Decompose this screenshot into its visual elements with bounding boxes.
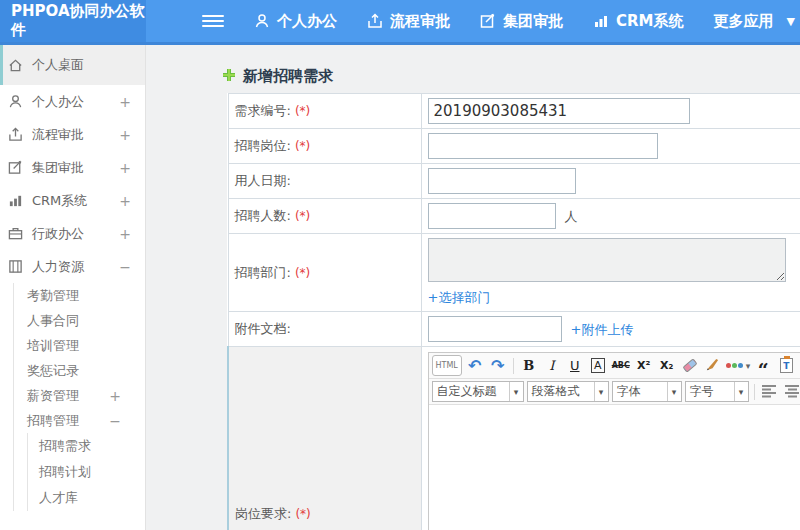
nav-item-group-approval[interactable]: 集团审批 (480, 12, 563, 31)
navbar-menu: 个人办公 流程审批 集团审批 CRM系统 更多应用 ▼ (146, 0, 800, 42)
custom-heading-select[interactable]: 自定义标题▾ (432, 381, 524, 402)
required-marker: (*) (295, 507, 310, 521)
superscript-button[interactable]: X² (634, 355, 654, 376)
sidebar-item-admin-office[interactable]: 行政办公 + (0, 217, 145, 250)
briefcase-icon (8, 226, 24, 241)
user-icon (254, 13, 270, 29)
attachment-input[interactable] (428, 316, 562, 342)
undo-icon[interactable]: ↶ (465, 355, 485, 376)
expand-plus-icon[interactable]: + (119, 226, 131, 242)
underline-button[interactable]: U (565, 355, 585, 376)
italic-button[interactable]: I (542, 355, 562, 376)
hr-book-icon (8, 259, 24, 274)
workflow-icon (8, 127, 24, 142)
blockquote-button[interactable]: “ (753, 355, 773, 376)
required-marker: (*) (295, 104, 310, 118)
field-label: 招聘人数: (235, 208, 291, 223)
eraser-icon[interactable] (680, 355, 700, 376)
chevron-down-icon: ▾ (594, 382, 608, 401)
sidebar-item-recruit-request[interactable]: 招聘需求 (28, 433, 145, 459)
page-title: 新增招聘需求 (146, 45, 800, 93)
nav-item-crm[interactable]: CRM系统 (593, 12, 684, 31)
required-marker: (*) (295, 266, 310, 280)
sidebar-item-hr-contract[interactable]: 人事合同 (14, 308, 145, 333)
sidebar-item-recruit-plan[interactable]: 招聘计划 (28, 459, 145, 485)
caret-down-icon: ▼ (787, 15, 795, 28)
bold-button[interactable]: B (519, 355, 539, 376)
sidebar-item-hr[interactable]: 人力资源 − (0, 250, 145, 283)
form-row-department: 招聘部门:(*) +选择部门 (228, 234, 800, 312)
collapse-minus-icon[interactable]: − (119, 259, 131, 275)
app-logo: PHPOA协同办公软件 (0, 0, 146, 42)
user-icon (8, 94, 24, 109)
add-plus-icon (222, 67, 236, 86)
workflow-icon (367, 13, 383, 29)
chevron-down-icon: ▾ (509, 382, 523, 401)
sidebar-item-recruit-mgmt[interactable]: 招聘管理 − (14, 408, 145, 433)
font-family-select[interactable]: 字体▾ (612, 381, 682, 402)
top-navbar: PHPOA协同办公软件 个人办公 流程审批 集团审批 CRM系统 (0, 0, 800, 45)
sidebar-item-group-approval[interactable]: 集团审批 + (0, 151, 145, 184)
sidebar-item-workflow-approval[interactable]: 流程审批 + (0, 118, 145, 151)
recruit-submenu: 招聘需求 招聘计划 人才库 (27, 433, 145, 511)
form-row-hire-date: 用人日期: (228, 164, 800, 199)
redo-icon[interactable]: ↷ (488, 355, 508, 376)
expand-plus-icon[interactable]: + (119, 94, 131, 110)
sidebar-item-crm[interactable]: CRM系统 + (0, 184, 145, 217)
editor-toolbar-row1: HTML ↶ ↷ B I U A ABC X² X₂ (429, 353, 800, 379)
select-department-link[interactable]: +选择部门 (428, 290, 491, 305)
align-center-button[interactable] (783, 381, 800, 402)
field-label: 招聘部门: (235, 265, 291, 280)
toolbar-separator (513, 358, 514, 374)
color-palette-icon[interactable]: ▾ (726, 355, 751, 376)
hamburger-menu-icon[interactable] (202, 12, 224, 30)
expand-plus-icon[interactable]: + (119, 193, 131, 209)
recruit-request-form: 需求编号:(*) 招聘岗位:(*) 用人日期: 招聘人数:(*) (227, 93, 800, 530)
sidebar: 个人桌面 个人办公 + 流程审批 + 集团审批 + CRM系统 + 行政办公 (0, 45, 146, 530)
sidebar-item-talent-pool[interactable]: 人才库 (28, 485, 145, 511)
form-row-job-requirements: 岗位要求:(*) HTML ↶ ↷ B I U A ABC X² (228, 347, 800, 530)
rich-text-editor: HTML ↶ ↷ B I U A ABC X² X₂ (428, 352, 800, 530)
expand-plus-icon[interactable]: + (109, 388, 121, 404)
strikethrough-button[interactable]: ABC (611, 355, 631, 376)
format-painter-icon[interactable] (703, 355, 723, 376)
expand-plus-icon[interactable]: + (119, 127, 131, 143)
field-label: 岗位要求: (235, 506, 291, 521)
field-label: 用人日期: (235, 173, 291, 188)
font-size-select[interactable]: 字号▾ (685, 381, 749, 402)
position-input[interactable] (428, 133, 658, 159)
sidebar-item-personal-office[interactable]: 个人办公 + (0, 85, 145, 118)
department-textarea[interactable] (428, 238, 786, 282)
sidebar-item-attendance[interactable]: 考勤管理 (14, 283, 145, 308)
toolbar-separator (754, 384, 755, 400)
expand-plus-icon[interactable]: + (119, 160, 131, 176)
sidebar-item-rewards[interactable]: 奖惩记录 (14, 358, 145, 383)
main-content: 新增招聘需求 需求编号:(*) 招聘岗位:(*) 用人日期: (146, 45, 800, 530)
paragraph-format-select[interactable]: 段落格式▾ (527, 381, 609, 402)
attachment-upload-link[interactable]: +附件上传 (571, 322, 634, 337)
sidebar-item-salary[interactable]: 薪资管理 + (14, 383, 145, 408)
hire-date-input[interactable] (428, 168, 576, 194)
form-row-headcount: 招聘人数:(*) 人 (228, 199, 800, 234)
form-row-request-number: 需求编号:(*) (228, 94, 800, 129)
required-marker: (*) (295, 139, 310, 153)
subscript-button[interactable]: X₂ (657, 355, 677, 376)
html-source-button[interactable]: HTML (432, 355, 462, 376)
editor-toolbar-row2: 自定义标题▾ 段落格式▾ 字体▾ 字号▾ (429, 379, 800, 405)
nav-item-more-apps[interactable]: 更多应用 ▼ (714, 12, 795, 31)
nav-item-workflow-approval[interactable]: 流程审批 (367, 12, 450, 31)
headcount-input[interactable] (428, 203, 556, 229)
sidebar-item-training[interactable]: 培训管理 (14, 333, 145, 358)
align-left-button[interactable] (760, 381, 780, 402)
request-number-input[interactable] (428, 98, 690, 124)
nav-item-personal-office[interactable]: 个人办公 (254, 12, 337, 31)
paste-icon[interactable]: T (776, 355, 796, 376)
editor-content-area[interactable] (429, 405, 800, 530)
group-approval-icon (8, 160, 24, 175)
crm-chart-icon (593, 13, 609, 29)
font-box-button[interactable]: A (591, 358, 605, 373)
chevron-down-icon: ▾ (667, 382, 681, 401)
collapse-minus-icon[interactable]: − (109, 413, 121, 429)
sidebar-item-personal-desktop[interactable]: 个人桌面 (0, 45, 145, 85)
home-icon (8, 58, 24, 73)
